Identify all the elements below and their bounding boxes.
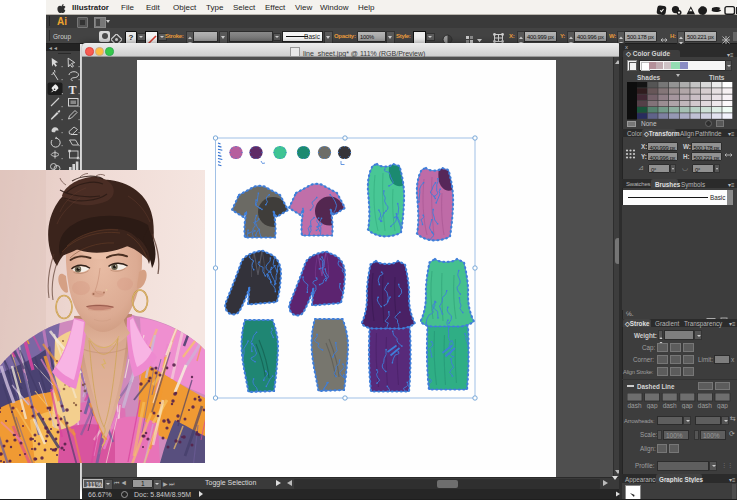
svg-text:dash: dash <box>663 402 677 409</box>
svg-text:dash: dash <box>698 402 712 409</box>
svg-text:T: T <box>69 83 77 97</box>
svg-text:gap: gap <box>717 402 728 409</box>
svg-text:gap: gap <box>682 402 693 409</box>
svg-text:gap: gap <box>647 402 658 409</box>
svg-text:dash: dash <box>627 402 641 409</box>
